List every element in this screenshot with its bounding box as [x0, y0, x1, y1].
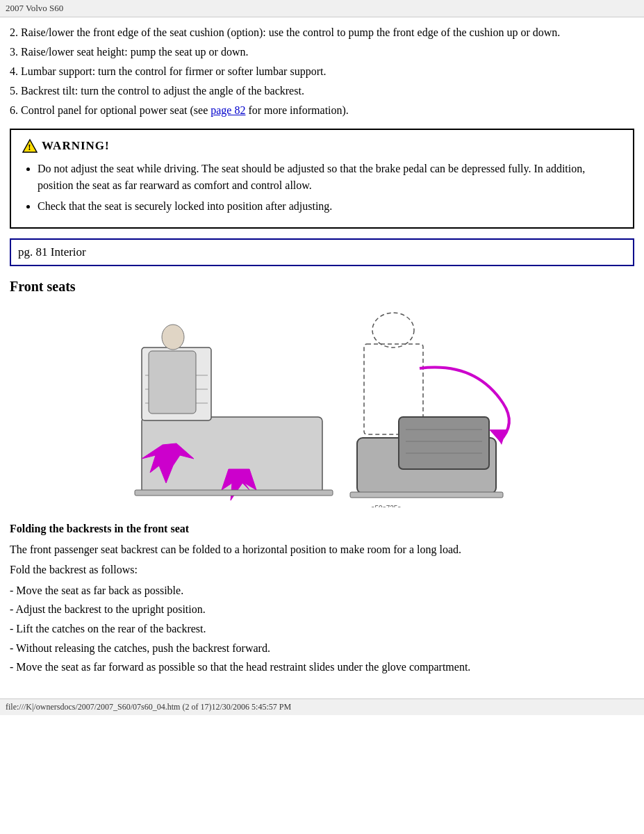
page82-link[interactable]: page 82: [210, 104, 245, 116]
status-bar: file:///K|/ownersdocs/2007/2007_S60/07s6…: [0, 698, 644, 715]
page-banner-text: pg. 81 Interior: [18, 245, 86, 259]
list-item-6-prefix: 6. Control panel for optional power seat…: [10, 104, 210, 116]
svg-text:!: !: [28, 142, 31, 152]
svg-rect-15: [399, 417, 489, 469]
warning-bullets: Do not adjust the seat while driving. Th…: [38, 161, 622, 215]
svg-rect-21: [350, 492, 503, 498]
title-text: 2007 Volvo S60: [6, 3, 63, 13]
seat-diagram: a50s725s: [10, 306, 634, 507]
section-title: Front seats: [10, 279, 634, 295]
list-item-5: 5. Backrest tilt: turn the control to ad…: [10, 83, 634, 99]
svg-rect-11: [149, 351, 196, 414]
main-content: 2. Raise/lower the front edge of the sea…: [0, 17, 644, 685]
seat-illustration: a50s725s: [121, 306, 524, 507]
folding-step-4: - Without releasing the catches, push th…: [10, 639, 634, 657]
folding-step-3: - Lift the catches on the rear of the ba…: [10, 620, 634, 638]
svg-text:a50s725s: a50s725s: [371, 505, 401, 507]
svg-rect-9: [135, 490, 333, 496]
folding-step-5: - Move the seat as far forward as possib…: [10, 658, 634, 676]
warning-label: WARNING!: [42, 139, 110, 153]
status-text: file:///K|/ownersdocs/2007/2007_S60/07s6…: [6, 702, 291, 712]
folding-follow: Fold the backrest as follows:: [10, 561, 634, 579]
list-item-3: 3. Raise/lower seat height: pump the sea…: [10, 44, 634, 60]
list-item-6: 6. Control panel for optional power seat…: [10, 102, 634, 119]
folding-title: Folding the backrests in the front seat: [10, 520, 634, 538]
svg-point-13: [372, 313, 414, 348]
warning-box: ! WARNING! Do not adjust the seat while …: [10, 129, 634, 229]
folding-step-2: - Adjust the backrest to the upright pos…: [10, 600, 634, 619]
title-bar: 2007 Volvo S60: [0, 0, 644, 17]
body-text: Folding the backrests in the front seat …: [10, 520, 634, 676]
list-item-6-suffix: for more information).: [245, 104, 348, 116]
svg-point-10: [162, 325, 184, 350]
warning-bullet-1: Do not adjust the seat while driving. Th…: [38, 161, 622, 194]
page-banner: pg. 81 Interior: [10, 238, 634, 266]
numbered-list: 2. Raise/lower the front edge of the sea…: [10, 24, 634, 119]
warning-icon: !: [22, 138, 38, 154]
warning-title: ! WARNING!: [22, 138, 622, 154]
list-item-4: 4. Lumbar support: turn the control for …: [10, 63, 634, 80]
list-item-2: 2. Raise/lower the front edge of the sea…: [10, 24, 634, 41]
folding-intro: The front passenger seat backrest can be…: [10, 541, 634, 559]
folding-step-1: - Move the seat as far back as possible.: [10, 582, 634, 600]
dashed-outline: [364, 313, 423, 434]
warning-bullet-2: Check that the seat is securely locked i…: [38, 198, 622, 215]
